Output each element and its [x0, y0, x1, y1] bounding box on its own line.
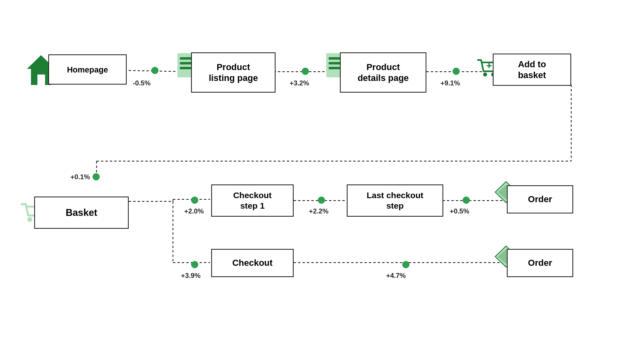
plp-label: Productlisting page	[209, 62, 258, 84]
pct-basket: +0.1%	[70, 173, 90, 181]
pdp-label: Productdetails page	[358, 62, 409, 84]
checkout-step1-node: Checkoutstep 1	[211, 184, 294, 217]
dot-basket-entry	[93, 173, 100, 180]
pdp-node: Productdetails page	[340, 52, 426, 93]
pct-basket-cs1: +2.0%	[184, 207, 204, 215]
dot-co-order2	[402, 261, 409, 268]
last-checkout-node: Last checkoutstep	[347, 184, 443, 217]
pct-plp-pdp: +3.2%	[290, 79, 309, 87]
dot-hp-plp	[151, 67, 158, 74]
checkout-label: Checkout	[232, 258, 272, 268]
svg-point-24	[483, 72, 487, 77]
order1-node: Order	[507, 185, 573, 213]
flow-diagram: Homepage Productlisting page Productdeta…	[0, 0, 644, 352]
dot-basket-cs1	[191, 197, 198, 204]
homepage-node: Homepage	[48, 54, 127, 85]
svg-point-28	[27, 217, 32, 222]
dot-cs1-lcs	[318, 197, 325, 204]
basket-label: Basket	[66, 207, 97, 219]
homepage-label: Homepage	[67, 65, 108, 75]
order2-label: Order	[528, 258, 552, 268]
dot-plp-pdp	[302, 68, 309, 75]
dot-pdp-add	[453, 68, 460, 75]
order1-label: Order	[528, 194, 552, 205]
add-to-basket-label: Add tobasket	[518, 59, 546, 81]
last-checkout-label: Last checkoutstep	[366, 190, 423, 211]
add-to-basket-node: Add tobasket	[493, 54, 571, 86]
pct-cs1-lcs: +2.2%	[309, 207, 329, 215]
order2-node: Order	[507, 249, 573, 277]
plp-node: Productlisting page	[191, 52, 276, 93]
pct-hp-plp: -0.5%	[133, 79, 150, 87]
dot-basket-co	[191, 261, 198, 268]
pct-basket-co: +3.9%	[181, 272, 201, 280]
checkout-node: Checkout	[211, 249, 294, 277]
basket-node: Basket	[34, 197, 129, 229]
pct-co-order2: +4.7%	[386, 272, 406, 280]
svg-rect-15	[37, 75, 45, 85]
pct-lcs-order1: +0.5%	[450, 207, 469, 215]
pct-pdp-add: +9.1%	[440, 79, 460, 87]
svg-rect-19	[180, 67, 191, 69]
checkout-step1-label: Checkoutstep 1	[233, 190, 272, 211]
svg-rect-23	[329, 67, 340, 69]
dot-lcs-order1	[463, 197, 470, 204]
